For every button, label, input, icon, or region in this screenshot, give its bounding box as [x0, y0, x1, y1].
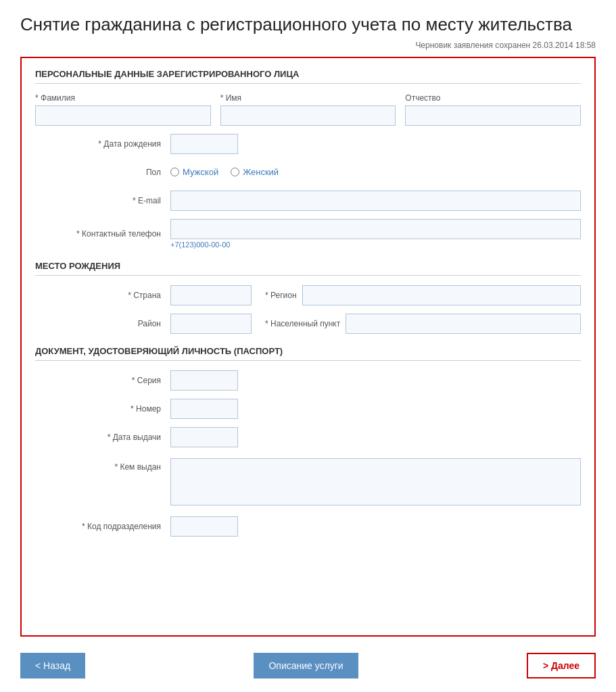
radio-group: Мужской Женский	[170, 162, 581, 182]
subdivision-code-input[interactable]	[170, 516, 238, 537]
district-label: Район	[35, 319, 170, 328]
birthdate-label: * Дата рождения	[35, 139, 170, 149]
personal-data-title: ПЕРСОНАЛЬНЫЕ ДАННЫЕ ЗАРЕГИСТРИРОВАННОГО …	[35, 69, 581, 84]
gender-field: Мужской Женский	[170, 162, 581, 182]
next-button[interactable]: > Далее	[527, 653, 596, 678]
gender-male-radio[interactable]	[170, 168, 179, 176]
gender-row: Пол Мужской Женский	[35, 162, 581, 182]
subdivision-code-label: * Код подразделения	[35, 522, 170, 531]
birthdate-row: * Дата рождения	[35, 134, 581, 154]
series-row: * Серия	[35, 370, 581, 391]
description-button[interactable]: Описание услуги	[254, 653, 358, 678]
personal-data-section: ПЕРСОНАЛЬНЫЕ ДАННЫЕ ЗАРЕГИСТРИРОВАННОГО …	[35, 69, 581, 249]
district-input[interactable]	[170, 314, 252, 334]
name-label: * Имя	[220, 93, 396, 103]
page-title: Снятие гражданина с регистрационного уче…	[20, 14, 596, 36]
surname-label: * Фамилия	[35, 93, 211, 103]
series-field	[170, 370, 581, 391]
email-row: * E-mail	[35, 191, 581, 211]
number-field	[170, 399, 581, 419]
locality-input[interactable]	[346, 314, 581, 334]
country-label: * Страна	[35, 291, 170, 300]
surname-col: * Фамилия	[35, 93, 211, 126]
district-locality-row: Район * Населенный пункт	[35, 314, 581, 334]
footer-bar: < Назад Описание услуги > Далее	[20, 643, 596, 692]
birthdate-field	[170, 134, 581, 154]
series-label: * Серия	[35, 376, 170, 385]
phone-row: * Контактный телефон +7(123)000-00-00	[35, 219, 581, 249]
phone-input[interactable]	[170, 219, 581, 239]
draft-info: Черновик заявления сохранен 26.03.2014 1…	[20, 41, 596, 50]
number-row: * Номер	[35, 399, 581, 419]
region-input[interactable]	[302, 285, 581, 305]
form-container: ПЕРСОНАЛЬНЫЕ ДАННЫЕ ЗАРЕГИСТРИРОВАННОГО …	[20, 57, 596, 637]
surname-input[interactable]	[35, 105, 211, 126]
issued-by-row: * Кем выдан	[35, 455, 581, 508]
number-input[interactable]	[170, 399, 238, 419]
email-input[interactable]	[170, 191, 581, 211]
series-input[interactable]	[170, 370, 238, 391]
locality-label: * Населенный пункт	[265, 319, 340, 328]
phone-field-wrapper: +7(123)000-00-00	[170, 219, 581, 249]
subdivision-code-field	[170, 516, 581, 537]
gender-female-label: Женский	[243, 167, 279, 177]
gender-male-label: Мужской	[183, 167, 218, 177]
birthdate-input[interactable]	[170, 134, 238, 154]
birthplace-section: МЕСТО РОЖДЕНИЯ * Страна * Регион Район	[35, 261, 581, 334]
number-label: * Номер	[35, 404, 170, 414]
passport-section: ДОКУМЕНТ, УДОСТОВЕРЯЮЩИЙ ЛИЧНОСТЬ (ПАСПО…	[35, 346, 581, 537]
country-input[interactable]	[170, 285, 252, 305]
issued-by-textarea[interactable]	[170, 458, 581, 505]
phone-hint: +7(123)000-00-00	[170, 241, 581, 249]
subdivision-code-row: * Код подразделения	[35, 516, 581, 537]
patronymic-input[interactable]	[405, 105, 581, 126]
gender-female-radio[interactable]	[231, 168, 239, 176]
back-button[interactable]: < Назад	[20, 653, 85, 678]
passport-title: ДОКУМЕНТ, УДОСТОВЕРЯЮЩИЙ ЛИЧНОСТЬ (ПАСПО…	[35, 346, 581, 361]
email-field-wrapper	[170, 191, 581, 211]
issue-date-label: * Дата выдачи	[35, 432, 170, 442]
gender-male-option[interactable]: Мужской	[170, 167, 218, 177]
issue-date-input[interactable]	[170, 427, 238, 447]
issued-by-label: * Кем выдан	[35, 458, 170, 472]
gender-label: Пол	[35, 168, 170, 177]
email-label: * E-mail	[35, 196, 170, 205]
name-row: * Фамилия * Имя Отчество	[35, 93, 581, 126]
issue-date-field	[170, 427, 581, 447]
name-col: * Имя	[220, 93, 396, 126]
birthplace-title: МЕСТО РОЖДЕНИЯ	[35, 261, 581, 276]
issued-by-field	[170, 458, 581, 508]
country-region-row: * Страна * Регион	[35, 285, 581, 305]
issue-date-row: * Дата выдачи	[35, 427, 581, 447]
phone-label: * Контактный телефон	[35, 229, 170, 239]
gender-female-option[interactable]: Женский	[231, 167, 279, 177]
patronymic-col: Отчество	[405, 93, 581, 126]
patronymic-label: Отчество	[405, 93, 581, 103]
name-input[interactable]	[220, 105, 396, 126]
region-label: * Регион	[265, 291, 297, 300]
